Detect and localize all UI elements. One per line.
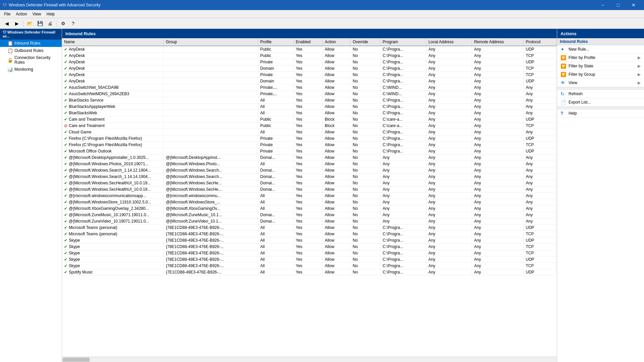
save-button[interactable]: 💾	[35, 19, 45, 28]
table-row[interactable]: ✔ AnyDesk Domain Yes Allow No C:\Progra.…	[62, 78, 557, 84]
forward-button[interactable]: ▶	[12, 19, 21, 28]
cell-profile: Private	[258, 148, 293, 155]
table-row[interactable]: ✔ @{Microsoft.Windows.Search_1.14.14.190…	[62, 174, 557, 180]
action-new-rule[interactable]: ✦ New Rule...	[557, 45, 644, 54]
table-row[interactable]: ✔ @{Microsoft.ZuneVideo_10.19071.19011.0…	[62, 218, 557, 225]
action-refresh[interactable]: ↻ Refresh	[557, 90, 644, 98]
cell-program: C:\Progra...	[380, 256, 426, 263]
sidebar-item-inbound[interactable]: 📋 Inbound Rules	[0, 40, 62, 47]
cell-name: ✔ AsusSwitchNet_56ACDA9B	[62, 84, 164, 91]
table-row[interactable]: ✔ Skype {78E1CD88-49E3-476E-B926-... All…	[62, 256, 557, 263]
cell-protocol: UDP	[524, 225, 557, 231]
col-group[interactable]: Group	[164, 38, 258, 46]
print-button[interactable]: 🖨	[45, 19, 55, 28]
col-override[interactable]: Override	[351, 38, 380, 46]
properties-button[interactable]: ⚙	[58, 19, 68, 28]
menu-help[interactable]: Help	[44, 10, 58, 18]
table-row[interactable]: ✔ BlueStacks Service All Yes Allow No C:…	[62, 97, 557, 104]
table-row[interactable]: ✔ Spotify Music {7E1CD88-49E3-476E-B926-…	[62, 269, 557, 276]
maximize-button[interactable]: □	[610, 0, 626, 10]
table-row[interactable]: ✔ Cloud Game All Yes Allow No C:\Progra.…	[62, 129, 557, 135]
table-row[interactable]: ✔ BlueStacksAppplayerWeb All Yes Allow N…	[62, 104, 557, 110]
table-row[interactable]: ✔ Skype {78E1CD88-49E3-476E-B926-... All…	[62, 250, 557, 256]
cell-local-address: Any	[426, 78, 472, 84]
col-name[interactable]: Name	[62, 38, 164, 46]
action-export-list[interactable]: 📄 Export List...	[557, 98, 644, 107]
col-remote[interactable]: Remote Address	[472, 38, 524, 46]
action-filter-state[interactable]: 🔽 Filter by State ▶	[557, 62, 644, 70]
action-filter-group[interactable]: 🔽 Filter by Group ▶	[557, 70, 644, 79]
table-row[interactable]: ✔ Skype {78E1CD88-49E3-476E-B926-... All…	[62, 244, 557, 250]
sidebar-item-monitoring[interactable]: 📊 Monitoring	[0, 66, 62, 73]
action-filter-profile[interactable]: 🔽 Filter by Profile ▶	[557, 54, 644, 62]
table-row[interactable]: ✔ @{Microsoft.XboxGamingOverlay_2.34280.…	[62, 205, 557, 212]
table-row[interactable]: ✔ @{Microsoft.ZuneMusic_10.19071.19011.0…	[62, 212, 557, 218]
table-row[interactable]: ✔ @{Microsoft.DesktopAppInstaller_1.0.30…	[62, 155, 557, 161]
col-enabled[interactable]: Enabled	[293, 38, 322, 46]
cell-program: C:\Progra...	[380, 104, 426, 110]
menu-view[interactable]: View	[30, 10, 44, 18]
table-row[interactable]: ✔ Microsoft Office Outlook Private Yes A…	[62, 148, 557, 155]
cell-local-address: Any	[426, 199, 472, 205]
center-panel-header: Inbound Rules	[62, 29, 557, 38]
sidebar-item-monitoring-label: Monitoring	[14, 67, 33, 72]
cell-name: ✔ Microsoft Teams (personal)	[62, 231, 164, 237]
table-row[interactable]: ⊘ Care and Treatment Public Yes Block No…	[62, 123, 557, 129]
open-button[interactable]: 📂	[25, 19, 35, 28]
cell-name: ✔ @{Microsoft.XboxGamingOverlay_2.34280.…	[62, 205, 164, 212]
rules-table-container[interactable]: Name Group Profile Enabled Action Overri…	[62, 38, 557, 357]
sidebar-item-connection[interactable]: 🔒 Connection Security Rules	[0, 54, 62, 66]
cell-remote-address: Any	[472, 110, 524, 116]
cell-name: ✔ @{microsoft.windowscommunicationsapp..…	[62, 193, 164, 199]
table-row[interactable]: ✔ Care and Treatment Public Yes Block No…	[62, 116, 557, 123]
table-row[interactable]: ✔ @{Microsoft.Windows.SecHealthUI_10.0.1…	[62, 186, 557, 193]
col-protocol[interactable]: Protocol	[524, 38, 557, 46]
actions-separator2	[557, 107, 644, 109]
col-program[interactable]: Program	[380, 38, 426, 46]
sidebar-item-outbound[interactable]: 📋 Outbound Rules	[0, 47, 62, 54]
table-row[interactable]: ✔ AsusSwitchNetMDNS_269A2EB3 Private,...…	[62, 91, 557, 97]
cell-group: @{Microsoft.ZuneMusic_10.1...	[164, 212, 258, 218]
table-row[interactable]: ✔ @{Microsoft.Windows.SecHealthUI_10.0.1…	[62, 180, 557, 186]
table-row[interactable]: ✔ AsusSwitchNet_56ACDA9B Private,... Yes…	[62, 84, 557, 91]
table-row[interactable]: ✔ BlueStacksWeb All Yes Allow No C:\Prog…	[62, 110, 557, 116]
table-row[interactable]: ✔ AnyDesk Private Yes Allow No C:\Progra…	[62, 59, 557, 65]
table-row[interactable]: ✔ Microsoft Teams (personal) {78E1CD88-4…	[62, 225, 557, 231]
close-button[interactable]: ✕	[626, 0, 641, 10]
col-local[interactable]: Local Address	[426, 38, 472, 46]
action-view[interactable]: 👁 View ▶	[557, 79, 644, 87]
cell-profile: All	[258, 263, 293, 269]
menu-action[interactable]: Action	[13, 10, 30, 18]
cell-protocol: Any	[524, 174, 557, 180]
back-button[interactable]: ◀	[2, 19, 11, 28]
table-row[interactable]: ✔ AnyDesk Private Yes Allow No C:\Progra…	[62, 72, 557, 78]
minimize-button[interactable]: −	[595, 0, 610, 10]
table-row[interactable]: ✔ @{Microsoft.WindowsStore_11910.1002.5.…	[62, 199, 557, 205]
cell-remote-address: Any	[472, 91, 524, 97]
table-row[interactable]: ✔ Skype {78E1CD88-49E3-476E-B926-... All…	[62, 237, 557, 244]
cell-action: Allow	[323, 142, 351, 148]
cell-name: ✔ Care and Treatment	[62, 116, 164, 123]
cell-name: ✔ @{Microsoft.Windows.Photos_2019.19071.…	[62, 161, 164, 167]
cell-enabled: Yes	[293, 72, 322, 78]
table-row[interactable]: ✔ Firefox (C:\Program Files\Mozilla Fire…	[62, 135, 557, 142]
action-export-label: Export List...	[569, 100, 591, 105]
col-action[interactable]: Action	[323, 38, 351, 46]
help-toolbar-button[interactable]: ?	[68, 19, 78, 28]
table-row[interactable]: ✔ @{microsoft.windowscommunicationsapp..…	[62, 193, 557, 199]
table-row[interactable]: ✔ AnyDesk Public Yes Allow No C:\Progra.…	[62, 46, 557, 53]
scroll-thumb[interactable]	[63, 358, 90, 362]
table-row[interactable]: ✔ AnyDesk Public Yes Allow No C:\Progra.…	[62, 53, 557, 59]
col-profile[interactable]: Profile	[258, 38, 293, 46]
cell-remote-address: Any	[472, 231, 524, 237]
table-row[interactable]: ✔ Firefox (C:\Program Files\Mozilla Fire…	[62, 142, 557, 148]
menu-file[interactable]: File	[1, 10, 13, 18]
table-row[interactable]: ✔ @{Microsoft.Windows.Search_1.14.12.190…	[62, 167, 557, 174]
horizontal-scrollbar[interactable]	[62, 357, 557, 362]
action-help[interactable]: ? Help	[557, 109, 644, 118]
table-row[interactable]: ✔ Skype {78E1CD88-49E3-476E-B926-... All…	[62, 263, 557, 269]
table-row[interactable]: ✔ AnyDesk Domain Yes Allow No C:\Progra.…	[62, 65, 557, 72]
table-row[interactable]: ✔ Microsoft Teams (personal) {78E1CD88-4…	[62, 231, 557, 237]
cell-override: No	[351, 104, 380, 110]
table-row[interactable]: ✔ @{Microsoft.Windows.Photos_2019.19071.…	[62, 161, 557, 167]
